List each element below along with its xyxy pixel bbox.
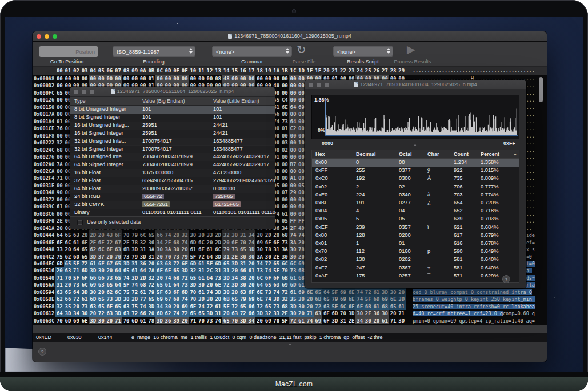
hex-byte[interactable]: 63: [230, 310, 239, 317]
hex-byte[interactable]: 73: [272, 303, 281, 311]
hex-byte[interactable]: 6D: [130, 317, 139, 325]
hex-byte[interactable]: 71: [55, 175, 64, 182]
hex-byte[interactable]: 6D: [72, 253, 81, 261]
hex-byte[interactable]: 74: [164, 232, 173, 239]
hex-byte[interactable]: 6D: [81, 267, 89, 275]
hex-byte[interactable]: 00: [289, 182, 298, 190]
hex-byte[interactable]: 6C: [339, 303, 347, 311]
hex-byte[interactable]: 20: [97, 232, 106, 239]
inspector-row[interactable]: 8 bit Signed Integer101101: [70, 114, 275, 122]
hex-byte[interactable]: 69: [264, 317, 273, 325]
hex-byte[interactable]: 6E: [272, 239, 281, 247]
hex-byte[interactable]: 05: [281, 217, 289, 225]
hex-byte[interactable]: 00: [55, 96, 64, 104]
hex-byte[interactable]: 65: [172, 267, 181, 275]
hex-byte[interactable]: 3D: [114, 310, 122, 317]
hex-byte[interactable]: 61: [55, 203, 64, 211]
hex-byte[interactable]: 6F: [355, 303, 364, 311]
hex-byte[interactable]: 5F: [189, 253, 198, 261]
hex-byte[interactable]: 3D: [289, 303, 298, 311]
hex-byte[interactable]: 71: [306, 310, 314, 317]
hex-byte[interactable]: 90: [55, 189, 64, 196]
hex-byte[interactable]: 5F: [122, 281, 131, 289]
hex-byte[interactable]: 68: [281, 303, 289, 311]
hex-byte[interactable]: 68: [172, 296, 181, 303]
hex-byte[interactable]: 00: [281, 75, 289, 83]
hex-byte[interactable]: 72: [230, 303, 239, 311]
hex-byte[interactable]: 3D: [147, 303, 156, 311]
hex-byte[interactable]: 72: [181, 275, 189, 282]
hex-byte[interactable]: 74: [164, 275, 173, 282]
hex-byte[interactable]: 2D: [89, 232, 97, 239]
sort-chevron-icon[interactable]: ⌄: [513, 151, 517, 156]
hex-byte[interactable]: 00: [164, 75, 173, 83]
hex-byte[interactable]: 30: [289, 246, 298, 253]
hex-byte[interactable]: 72: [264, 260, 273, 268]
hex-byte[interactable]: 3D: [347, 310, 356, 317]
hex-byte[interactable]: 00: [97, 75, 106, 83]
hex-byte[interactable]: 63: [72, 232, 81, 239]
hex-byte[interactable]: 6E: [255, 296, 264, 303]
hex-byte[interactable]: 74: [139, 303, 147, 311]
hex-byte[interactable]: 65: [239, 246, 247, 253]
hex-byte[interactable]: 00: [289, 203, 298, 211]
hex-byte[interactable]: 73: [72, 281, 81, 289]
hex-byte[interactable]: 61: [297, 317, 306, 325]
hex-byte[interactable]: 30: [172, 246, 181, 253]
hex-byte[interactable]: 36: [139, 260, 147, 268]
hex-byte[interactable]: 70: [55, 317, 64, 325]
hex-byte[interactable]: 66: [64, 296, 73, 303]
hex-byte[interactable]: 00: [197, 75, 206, 83]
hex-row[interactable]: 0x0063C706D696E3D302071706D61783D3639207…: [33, 317, 547, 324]
hex-byte[interactable]: 74: [197, 303, 206, 311]
hex-byte[interactable]: 65: [64, 260, 73, 268]
hex-byte[interactable]: 20: [181, 317, 189, 325]
histogram-titlebar[interactable]: 12346971_785000401611604_1290625025_n.mp…: [305, 80, 526, 90]
hex-byte[interactable]: 6D: [89, 296, 97, 303]
hex-byte[interactable]: 20: [206, 281, 214, 289]
hex-byte[interactable]: 6F: [322, 317, 331, 325]
hex-byte[interactable]: 69: [181, 303, 189, 311]
hex-byte[interactable]: 70: [189, 296, 198, 303]
hex-byte[interactable]: 70: [64, 275, 73, 282]
hex-byte[interactable]: 61: [281, 211, 289, 218]
hex-byte[interactable]: 20: [55, 267, 64, 275]
hex-byte[interactable]: 00: [247, 75, 256, 83]
stats-row[interactable]: 0x011016160.678%: [312, 240, 519, 248]
hex-byte[interactable]: 3D: [81, 289, 89, 296]
hex-byte[interactable]: 31: [222, 267, 231, 275]
hex-byte[interactable]: 2E: [55, 217, 64, 225]
hex-byte[interactable]: 6D: [64, 317, 73, 325]
hex-byte[interactable]: 00: [206, 75, 214, 83]
hex-byte[interactable]: 75: [122, 289, 131, 296]
hex-byte[interactable]: 65: [106, 281, 114, 289]
hex-byte[interactable]: 2D: [264, 232, 273, 239]
hex-byte[interactable]: 74: [355, 296, 364, 303]
hex-byte[interactable]: 6F: [172, 289, 181, 296]
hex-byte[interactable]: 67: [114, 239, 122, 247]
hex-byte[interactable]: 68: [172, 239, 181, 247]
hex-byte[interactable]: 32: [55, 303, 64, 311]
hex-byte[interactable]: 01: [147, 75, 156, 83]
hex-byte[interactable]: 63: [122, 310, 131, 317]
hex-byte[interactable]: 64: [172, 281, 181, 289]
hex-byte[interactable]: 63: [55, 289, 64, 296]
stats-row[interactable]: 0xC01920300À7350.809%: [312, 175, 519, 183]
hex-byte[interactable]: 35: [64, 303, 73, 311]
hex-byte[interactable]: 2F: [289, 225, 298, 232]
stats-row[interactable]: 0x55850125U5610.618%: [312, 280, 519, 283]
hex-byte[interactable]: 6B: [364, 303, 373, 311]
hex-byte[interactable]: 74: [264, 296, 273, 303]
hex-byte[interactable]: 20: [55, 225, 64, 232]
hex-byte[interactable]: 01: [55, 118, 64, 126]
hex-byte[interactable]: 6C: [97, 246, 106, 253]
hex-byte[interactable]: 70: [197, 317, 206, 325]
help-button[interactable]: ?: [502, 275, 510, 283]
hex-byte[interactable]: 63: [106, 310, 114, 317]
hex-byte[interactable]: 6C: [139, 232, 147, 239]
hex-byte[interactable]: 20: [97, 289, 106, 296]
hex-byte[interactable]: 20: [272, 232, 281, 239]
hex-byte[interactable]: 00: [281, 182, 289, 190]
hex-byte[interactable]: 74: [355, 289, 364, 296]
hex-byte[interactable]: 20: [255, 232, 264, 239]
